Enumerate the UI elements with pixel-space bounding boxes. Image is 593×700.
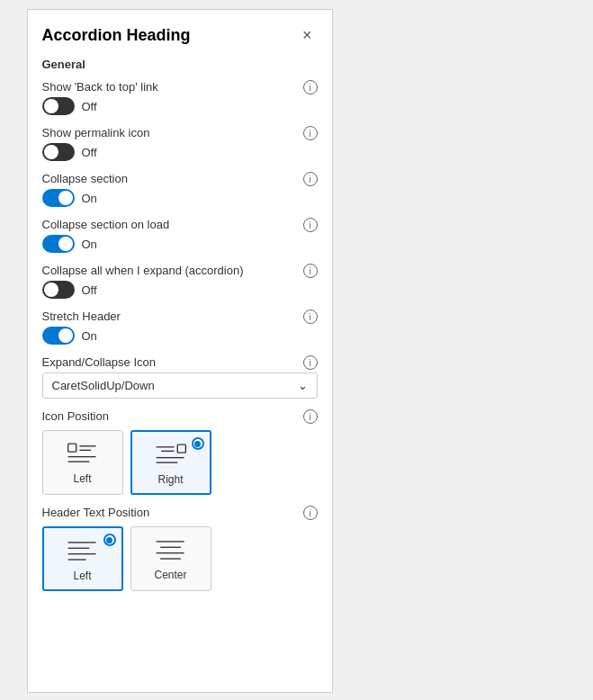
- header-text-position-group: Left Center: [42, 526, 318, 591]
- collapse-all-label: Collapse all when I expand (accordion) i: [42, 264, 318, 277]
- icon-position-group: Left Right: [42, 430, 318, 495]
- header-text-left-label: Left: [73, 570, 91, 582]
- close-button[interactable]: ×: [297, 24, 318, 47]
- collapse-on-load-toggle[interactable]: [42, 235, 75, 253]
- panel-header: Accordion Heading ×: [42, 24, 318, 47]
- icon-position-right-radio: [192, 437, 204, 450]
- icon-position-left-option[interactable]: Left: [42, 430, 123, 495]
- icon-position-left-svg: [65, 438, 101, 469]
- header-text-center-option[interactable]: Center: [130, 526, 211, 591]
- panel-title: Accordion Heading: [42, 26, 191, 45]
- collapse-on-load-toggle-row: On: [42, 235, 318, 253]
- permalink-icon-toggle-row: Off: [42, 143, 318, 161]
- header-text-left-svg: [65, 535, 101, 566]
- svg-rect-5: [177, 444, 185, 453]
- header-text-position-label: Header Text Position i: [42, 506, 318, 519]
- back-to-top-state: Off: [82, 100, 97, 113]
- stretch-header-state: On: [82, 329, 97, 343]
- setting-stretch-header: Stretch Header i On: [42, 310, 318, 345]
- icon-position-right-option[interactable]: Right: [130, 430, 211, 495]
- setting-back-to-top: Show 'Back to top' link i Off: [42, 80, 318, 115]
- header-text-left-option[interactable]: Left: [42, 526, 123, 591]
- collapse-all-toggle[interactable]: [42, 281, 75, 299]
- icon-position-right-svg: [153, 439, 189, 470]
- section-general-label: General: [42, 58, 318, 71]
- collapse-all-state: Off: [82, 283, 97, 297]
- collapse-section-state: On: [82, 192, 97, 205]
- back-to-top-toggle[interactable]: [42, 97, 75, 115]
- setting-collapse-all: Collapse all when I expand (accordion) i…: [42, 264, 318, 299]
- collapse-all-info-icon[interactable]: i: [303, 264, 318, 278]
- collapse-on-load-state: On: [82, 238, 97, 251]
- header-text-position-info-icon[interactable]: i: [303, 506, 318, 520]
- svg-rect-0: [67, 444, 76, 452]
- header-text-center-svg: [153, 534, 189, 565]
- collapse-section-toggle-row: On: [42, 189, 318, 207]
- setting-collapse-section: Collapse section i On: [42, 172, 318, 207]
- collapse-all-toggle-row: Off: [42, 281, 318, 299]
- back-to-top-toggle-row: Off: [42, 97, 318, 115]
- collapse-on-load-label: Collapse section on load i: [42, 218, 318, 231]
- collapse-section-toggle[interactable]: [42, 189, 75, 207]
- permalink-state: Off: [82, 146, 97, 159]
- icon-position-right-label: Right: [157, 473, 183, 486]
- permalink-toggle[interactable]: [42, 143, 75, 161]
- stretch-header-toggle[interactable]: [42, 327, 75, 345]
- icon-position-info-icon[interactable]: i: [303, 409, 318, 424]
- header-text-center-label: Center: [154, 569, 186, 581]
- permalink-icon-info-icon[interactable]: i: [303, 126, 318, 140]
- collapse-on-load-info-icon[interactable]: i: [303, 218, 318, 232]
- stretch-header-info-icon[interactable]: i: [303, 310, 318, 324]
- icon-position-label: Icon Position i: [42, 409, 318, 423]
- expand-icon-label: Expand/Collapse Icon i: [42, 355, 318, 369]
- stretch-header-toggle-row: On: [42, 327, 318, 345]
- collapse-section-label: Collapse section i: [42, 172, 318, 185]
- stretch-header-label: Stretch Header i: [42, 310, 318, 323]
- setting-expand-icon: Expand/Collapse Icon i CaretSolidUp/Down…: [42, 355, 318, 399]
- setting-header-text-position: Header Text Position i Left: [42, 506, 318, 591]
- expand-icon-dropdown[interactable]: CaretSolidUp/Down ⌄: [42, 372, 318, 399]
- back-to-top-info-icon[interactable]: i: [303, 80, 318, 94]
- permalink-icon-label: Show permalink icon i: [42, 126, 318, 139]
- expand-icon-info-icon[interactable]: i: [303, 355, 318, 370]
- icon-position-left-label: Left: [73, 472, 91, 485]
- header-text-left-radio: [103, 534, 116, 546]
- dropdown-arrow-icon: ⌄: [298, 379, 308, 392]
- collapse-section-info-icon[interactable]: i: [303, 172, 318, 186]
- back-to-top-label: Show 'Back to top' link i: [42, 80, 318, 94]
- setting-collapse-on-load: Collapse section on load i On: [42, 218, 318, 253]
- setting-permalink-icon: Show permalink icon i Off: [42, 126, 318, 161]
- setting-icon-position: Icon Position i Left: [42, 409, 318, 495]
